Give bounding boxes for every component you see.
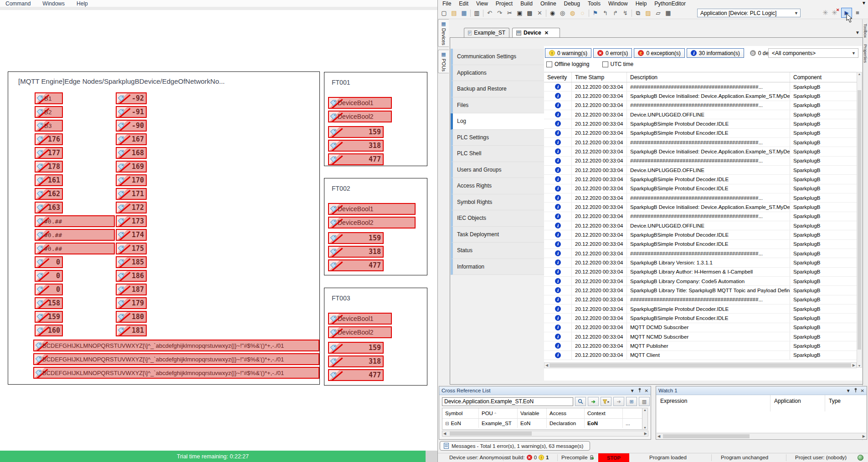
filter-warnings-button[interactable]: !0 warning(s) — [545, 48, 591, 58]
login-button[interactable]: ✳ — [822, 9, 828, 17]
sidebar-item[interactable]: Files — [451, 97, 544, 114]
new-file-icon[interactable]: ▢ — [440, 9, 448, 17]
sidebar-item[interactable]: Backup and Restore — [451, 81, 544, 97]
tab-device[interactable]: Device ✕ — [512, 28, 560, 37]
cross-reference-vscrollbar[interactable]: ▲▼ — [642, 408, 648, 430]
filter-errors-button[interactable]: ✕0 error(s) — [593, 48, 632, 58]
scrollbar-thumb[interactable] — [663, 434, 750, 438]
log-row[interactable]: i 20.12.2020 00:33:04 SparkplugBSimple P… — [544, 230, 857, 239]
column-header-variable[interactable]: Variable — [518, 408, 547, 418]
scroll-down-icon[interactable]: ▼ — [858, 364, 861, 367]
log-row[interactable]: i 20.12.2020 00:33:04 ##################… — [544, 295, 857, 305]
log-row[interactable]: i 20.12.2020 00:33:04 SparkplugBSimple P… — [544, 314, 857, 323]
delete-icon[interactable]: ✕ — [536, 9, 544, 17]
column-header-application[interactable]: Application — [770, 395, 825, 411]
log-row[interactable]: i 20.12.2020 00:33:04 SparkplugB Library… — [544, 286, 857, 295]
log-row[interactable]: i 20.12.2020 00:33:04 MQTT NCMD Subscrib… — [544, 332, 857, 341]
sidebar-item[interactable]: Information — [451, 259, 544, 275]
log-row[interactable]: i 20.12.2020 00:33:04 ##################… — [544, 212, 857, 221]
menu-item[interactable]: Tools — [588, 0, 601, 7]
go-button[interactable]: ➔ — [588, 397, 599, 406]
sidebar-item[interactable]: PLC Shell — [451, 146, 544, 162]
window-menu-caret-icon[interactable]: ▼ — [862, 0, 866, 5]
log-row[interactable]: i 20.12.2020 00:33:04 ##################… — [544, 138, 857, 147]
menu-item[interactable]: Help — [636, 0, 647, 7]
scroll-up-icon[interactable]: ▲ — [643, 408, 647, 411]
stop-button[interactable]: ■ — [856, 9, 859, 16]
log-row[interactable]: i 20.12.2020 00:33:04 SparkplugB Library… — [544, 268, 857, 277]
menu-item[interactable]: Window — [608, 0, 628, 7]
menu-item[interactable]: Online — [540, 0, 556, 7]
column-header-symbol[interactable]: Symbol — [442, 408, 479, 418]
scroll-left-icon[interactable]: ◀ — [657, 434, 660, 438]
log-row[interactable]: i 20.12.2020 00:33:04 Device.UNPLUGGED.O… — [544, 166, 857, 175]
active-application-selector[interactable]: Application [Device: PLC Logic] ▼ — [697, 9, 801, 17]
column-header-access[interactable]: Access — [547, 408, 585, 418]
scroll-up-icon[interactable]: ▲ — [858, 72, 861, 76]
log-row[interactable]: i 20.12.2020 00:33:04 ##################… — [544, 101, 857, 110]
send-to-editor-button[interactable]: ⊞ — [626, 397, 637, 406]
next-reference-button[interactable]: ➔ — [613, 397, 624, 406]
menu-item[interactable]: Debug — [564, 0, 580, 7]
library-icon[interactable]: ▦ — [664, 9, 672, 17]
clear-bookmarks-icon[interactable]: ↯ — [621, 9, 629, 17]
bookmark-icon[interactable]: ⚑ — [591, 9, 599, 17]
cross-reference-row[interactable]: ⊟EoN Example_ST EoN Declaration EoN ... — [442, 419, 642, 428]
scroll-right-icon[interactable]: ▶ — [853, 363, 855, 367]
log-row[interactable]: i 20.12.2020 00:33:04 MQTT Publisher Spa… — [544, 341, 857, 350]
log-row[interactable]: i 20.12.2020 00:33:04 SparkplugBSimple P… — [544, 129, 857, 138]
utc-time-checkbox[interactable]: UTC time — [602, 61, 634, 67]
sidebar-item[interactable]: Log — [451, 113, 544, 130]
next-bookmark-icon[interactable]: ↱ — [611, 9, 619, 17]
log-row[interactable]: i 20.12.2020 00:33:04 SparkplugB Library… — [544, 258, 857, 267]
log-row[interactable]: i 20.12.2020 00:33:04 ##################… — [544, 193, 857, 203]
collapse-icon[interactable]: ⊟ — [445, 421, 449, 426]
column-header-timestamp[interactable]: Time Stamp — [572, 72, 627, 82]
sidebar-item[interactable]: Task Deployment — [451, 227, 544, 243]
messages-bar[interactable]: Messages - Total 1 error(s), 1 warning(s… — [440, 441, 590, 451]
column-header-type[interactable]: Type — [825, 395, 866, 411]
log-row[interactable]: i 20.12.2020 00:33:04 SparkplugB Device … — [544, 203, 857, 212]
close-icon[interactable]: ✕ — [544, 30, 549, 36]
log-row[interactable]: i 20.12.2020 00:33:04 SparkplugB Device … — [544, 147, 857, 156]
sidebar-item[interactable]: Communication Settings — [451, 49, 544, 65]
column-header-component[interactable]: Component — [790, 72, 857, 82]
sidebar-item[interactable]: Users and Groups — [451, 162, 544, 178]
dock-tab[interactable]: Properties — [863, 44, 868, 63]
log-row[interactable]: i 20.12.2020 00:33:04 SparkplugBSimple P… — [544, 240, 857, 249]
scrollbar-thumb[interactable] — [450, 432, 532, 436]
logout-button[interactable]: ✳✕ — [832, 9, 837, 17]
scroll-left-icon[interactable]: ◀ — [545, 363, 548, 367]
close-icon[interactable]: ✕ — [645, 388, 648, 393]
open-file-icon[interactable]: ▤ — [450, 9, 458, 17]
filter-information-button[interactable]: i30 information(s) — [687, 48, 744, 58]
cross-reference-hscrollbar[interactable]: ◀▶ — [442, 431, 648, 437]
components-filter-select[interactable]: <All components> ▼ — [768, 48, 858, 58]
log-horizontal-scrollbar[interactable]: ◀▶ — [544, 362, 857, 368]
cut-icon[interactable]: ✂ — [506, 9, 514, 17]
log-row[interactable]: i 20.12.2020 00:33:04 SparkplugBSimple P… — [544, 175, 857, 184]
log-row[interactable]: i 20.12.2020 00:33:04 MQTT Client Sparkp… — [544, 351, 857, 360]
scroll-down-icon[interactable]: ▼ — [643, 426, 647, 429]
column-header-severity[interactable]: Severity — [544, 72, 572, 82]
previous-bookmark-icon[interactable]: ↰ — [601, 9, 609, 17]
tab-example-st[interactable]: Example_ST — [464, 28, 509, 37]
column-header-expression[interactable]: Expression — [657, 395, 770, 411]
compare-icon[interactable]: ⧉ — [634, 9, 642, 17]
column-header-pou[interactable]: POU ^ — [479, 408, 518, 418]
search-button[interactable] — [575, 397, 586, 406]
sidebar-item[interactable]: Status — [451, 243, 544, 259]
log-row[interactable]: i 20.12.2020 00:33:04 MQTT DCMD Subscrib… — [544, 323, 857, 332]
dock-tab[interactable]: ▦ Devices — [438, 19, 449, 47]
log-row[interactable]: i 20.12.2020 00:33:04 Device.UNPLUGGED.O… — [544, 221, 857, 230]
column-header-description[interactable]: Description — [627, 72, 790, 82]
find-icon[interactable]: ◉ — [549, 9, 556, 17]
dock-tab[interactable]: Toolbox — [863, 24, 868, 38]
sidebar-item[interactable]: IEC Objects — [451, 210, 544, 227]
redo-icon[interactable]: ↷ — [496, 9, 503, 17]
print-button[interactable]: ▥ — [639, 397, 650, 406]
copy-icon[interactable]: ▣ — [516, 9, 524, 17]
log-row[interactable]: i 20.12.2020 00:33:04 SparkplugBSimple P… — [544, 184, 857, 193]
offline-logging-checkbox[interactable]: Offline logging — [546, 61, 590, 67]
watch-table-body[interactable] — [657, 411, 866, 432]
